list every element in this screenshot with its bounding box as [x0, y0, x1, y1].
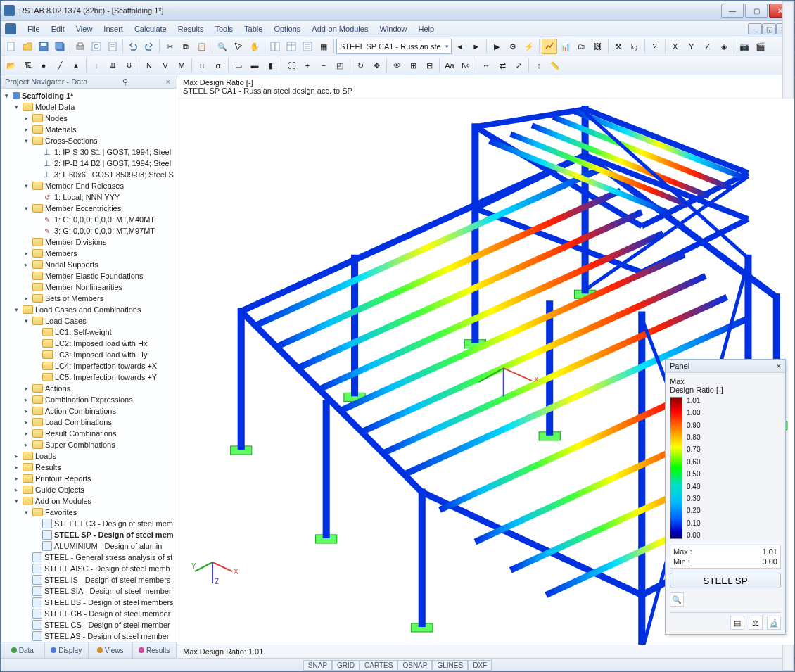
camera-icon[interactable]: 📷 [737, 39, 752, 54]
tree-lc1[interactable]: LC1: Self-weight [1, 327, 177, 338]
tree-results[interactable]: ▸Results [1, 462, 177, 473]
mdi-minimize[interactable]: - [748, 23, 762, 34]
navigator-pin-icon[interactable]: ⚲ [120, 77, 130, 87]
zoom-win-icon[interactable]: ◰ [332, 58, 348, 73]
minimize-button[interactable]: — [721, 4, 744, 18]
copy-icon[interactable]: ⧉ [178, 39, 193, 54]
osnap-toggle[interactable]: OSNAP [398, 660, 432, 671]
vis2-icon[interactable]: ⊞ [405, 58, 421, 73]
tree-m7[interactable]: STEEL CS - Design of steel member [1, 619, 177, 630]
label1-icon[interactable]: Aa [442, 58, 457, 73]
calc-icon[interactable]: ▶ [489, 39, 504, 54]
render3-icon[interactable]: ▮ [263, 58, 279, 73]
panel-close-icon[interactable]: × [777, 362, 781, 370]
navigator-tree[interactable]: ▾Scaffolding 1* ▾Model Data ▸Nodes ▸Mate… [1, 89, 177, 642]
tree-loadcomb[interactable]: ▸Load Combinations [1, 417, 177, 428]
saveall-icon[interactable] [52, 39, 68, 54]
dim-icon[interactable]: ↕ [531, 58, 547, 73]
tree-guide[interactable]: ▸Guide Objects [1, 484, 177, 495]
tree-m1[interactable]: STEEL - General stress analysis of st [1, 552, 177, 563]
save-icon[interactable] [36, 39, 51, 54]
settings-icon[interactable]: ⚒ [611, 39, 626, 54]
glines-toggle[interactable]: GLINES [432, 660, 468, 671]
nav-tab-data[interactable]: Data [1, 642, 45, 658]
app-menu-icon[interactable] [5, 23, 16, 34]
mirror-icon[interactable]: ⇄ [495, 58, 510, 73]
support-icon[interactable]: ▲ [68, 58, 84, 73]
disp-v-icon[interactable]: V [158, 58, 173, 73]
tree-model-data[interactable]: ▾Model Data [1, 101, 177, 113]
pan2-icon[interactable]: ✥ [369, 58, 384, 73]
disp-m-icon[interactable]: M [174, 58, 189, 73]
scale-icon[interactable]: ⤢ [511, 58, 526, 73]
panel-tab-factors-icon[interactable]: ⚖ [749, 616, 763, 630]
tree-m5[interactable]: STEEL BS - Design of steel members [1, 597, 177, 608]
paste-icon[interactable]: 📋 [194, 39, 210, 54]
nav-tab-results[interactable]: Results [133, 642, 177, 658]
zoom-out-icon[interactable]: − [316, 58, 331, 73]
tree-mecc3[interactable]: 3: G; 0,0,0; 0,0,0; MT,M97MT [1, 225, 177, 236]
prev-icon[interactable]: ◄ [452, 39, 468, 54]
tree-nodalsup[interactable]: ▸Nodal Supports [1, 259, 177, 270]
tree-nodes[interactable]: ▸Nodes [1, 113, 177, 124]
move-icon[interactable]: ↔ [478, 58, 494, 73]
zoom-in-icon[interactable]: + [300, 58, 315, 73]
load-icon[interactable]: ↓ [89, 58, 104, 73]
tree-cs3[interactable]: 3: L 60x6 | GOST 8509-93; Steel S [1, 169, 177, 180]
tree-cross-sections[interactable]: ▾Cross-Sections [1, 135, 177, 146]
tree-actions[interactable]: ▸Actions [1, 383, 177, 394]
tree-fav2[interactable]: STEEL SP - Design of steel mem [1, 529, 177, 540]
vis1-icon[interactable]: 👁 [389, 58, 405, 73]
loadcase-combo[interactable]: STEEL SP CA1 - Russian ste [336, 39, 452, 54]
menu-addon[interactable]: Add-on Modules [306, 23, 374, 34]
render1-icon[interactable]: ▭ [231, 58, 246, 73]
tree-mef[interactable]: Member Elastic Foundations [1, 270, 177, 281]
tree-fav3[interactable]: ALUMINIUM - Design of alumin [1, 540, 177, 552]
navigator-close-icon[interactable]: × [164, 77, 172, 86]
list-icon[interactable] [300, 39, 315, 54]
rotate-icon[interactable]: ↻ [352, 58, 368, 73]
tree-mer[interactable]: ▾Member End Releases [1, 180, 177, 191]
new-icon[interactable] [4, 39, 19, 54]
menu-file[interactable]: File [22, 23, 46, 34]
pointer-icon[interactable] [231, 39, 246, 54]
tree-mecc[interactable]: ▾Member Eccentricities [1, 203, 177, 214]
result-toggle-icon[interactable] [542, 39, 557, 54]
report-icon[interactable] [105, 39, 120, 54]
cut-icon[interactable]: ✂ [162, 39, 177, 54]
open2-icon[interactable]: 📂 [4, 58, 19, 73]
tree-icon[interactable] [267, 39, 283, 54]
load2-icon[interactable]: ⇊ [105, 58, 120, 73]
res-sigma-icon[interactable]: σ [210, 58, 226, 73]
menu-view[interactable]: View [70, 23, 98, 34]
view-x-icon[interactable]: X [668, 39, 683, 54]
tree-m2[interactable]: STEEL AISC - Design of steel memb [1, 563, 177, 574]
tree-cs1[interactable]: 1: IP-S 30 S1 | GOST, 1994; Steel [1, 146, 177, 158]
movie-icon[interactable]: 🎬 [753, 39, 768, 54]
tree-lcc[interactable]: ▾Load Cases and Combinations [1, 304, 177, 315]
view-z-icon[interactable]: Z [700, 39, 716, 54]
menu-table[interactable]: Table [238, 23, 268, 34]
model-icon[interactable]: 🏗 [20, 58, 35, 73]
result2-icon[interactable]: 📊 [558, 39, 573, 54]
tree-lc[interactable]: ▾Load Cases [1, 315, 177, 327]
menu-help[interactable]: Help [413, 23, 440, 34]
print-icon[interactable] [72, 39, 88, 54]
member-icon[interactable]: ╱ [52, 58, 68, 73]
open-icon[interactable] [20, 39, 35, 54]
tree-m3[interactable]: STEEL IS - Design of steel members [1, 574, 177, 585]
tree-materials[interactable]: ▸Materials [1, 124, 177, 135]
tree-actcomb[interactable]: ▸Action Combinations [1, 405, 177, 417]
menu-tools[interactable]: Tools [209, 23, 238, 34]
snap-toggle[interactable]: SNAP [303, 660, 332, 671]
preview-icon[interactable] [89, 39, 104, 54]
pan-icon[interactable]: ✋ [247, 39, 262, 54]
tree-root[interactable]: ▾Scaffolding 1* [1, 90, 177, 101]
panel-zoom-icon[interactable]: 🔍 [670, 592, 684, 607]
menu-results[interactable]: Results [172, 23, 210, 34]
tree-fav1[interactable]: STEEL EC3 - Design of steel mem [1, 518, 177, 529]
render2-icon[interactable]: ▬ [247, 58, 262, 73]
res-u-icon[interactable]: u [194, 58, 210, 73]
tree-som[interactable]: ▸Sets of Members [1, 293, 177, 304]
tree-combexpr[interactable]: ▸Combination Expressions [1, 394, 177, 405]
